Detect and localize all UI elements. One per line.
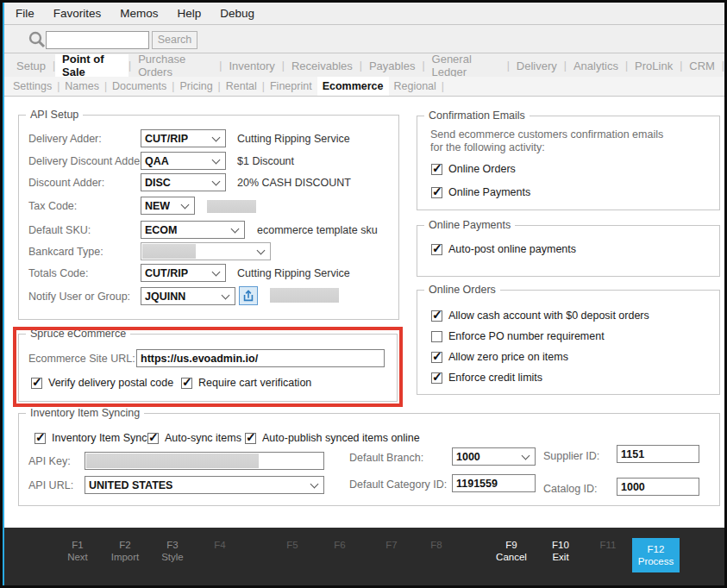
supplier-id-input[interactable] (617, 445, 699, 463)
tax-code-redacted-description (207, 200, 256, 213)
tab-inventory[interactable]: Inventory (222, 54, 281, 77)
checkbox-auto-publish-synced-items[interactable]: Auto-publish synced items online (245, 432, 420, 444)
discount-adder-select[interactable]: DISC (141, 173, 226, 191)
menu-item-help[interactable]: Help (178, 7, 202, 20)
tab-setup[interactable]: Setup (9, 54, 53, 77)
api-key-label: API Key: (28, 455, 71, 467)
checkbox-box[interactable] (245, 433, 256, 444)
delivery-discount-adder-label: Delivery Discount Adder: (28, 155, 147, 167)
checkbox-box[interactable] (431, 187, 442, 198)
tab-delivery[interactable]: Delivery (510, 54, 564, 77)
tab-names[interactable]: Names (60, 77, 104, 96)
checkbox-label: Auto-sync items (165, 432, 241, 444)
tab-prolink[interactable]: ProLink (628, 54, 680, 77)
checkbox-enforce-po-number[interactable]: Enforce PO number requirement (431, 330, 605, 342)
checkbox-allow-cash-account[interactable]: Allow cash account with $0 deposit order… (431, 310, 649, 322)
confirmation-emails-description-line1: Send ecommerce customers confirmation em… (430, 128, 663, 141)
checkbox-label: Inventory Item Sync (52, 432, 147, 444)
checkbox-box[interactable] (431, 310, 442, 322)
menu-item-file[interactable]: File (16, 7, 34, 20)
catalog-id-input[interactable] (617, 478, 699, 496)
default-category-id-input[interactable] (452, 474, 536, 492)
checkbox-box[interactable] (431, 164, 442, 175)
delivery-adder-select[interactable]: CUT/RIP (141, 129, 226, 147)
default-sku-select[interactable]: ECOM (141, 221, 245, 239)
tab-rental[interactable]: Rental (221, 77, 262, 96)
primary-tab-bar: Setup| Point of Sale| Purchase Orders| I… (3, 54, 724, 77)
checkbox-label: Online Payments (448, 186, 530, 198)
notify-user-or-group-select[interactable]: JQUINN (141, 287, 235, 305)
chevron-down-icon (212, 155, 221, 164)
checkbox-auto-sync-items[interactable]: Auto-sync items (147, 432, 241, 444)
tab-general-ledger[interactable]: General Ledger (425, 54, 507, 77)
totals-code-select[interactable]: CUT/RIP (141, 264, 226, 282)
checkbox-online-payments[interactable]: Online Payments (431, 186, 530, 198)
delivery-adder-description: Cutting Ripping Service (237, 133, 350, 145)
checkbox-box[interactable] (431, 331, 442, 342)
checkbox-label: Allow zero price on items (448, 351, 568, 363)
checkbox-box[interactable] (147, 433, 159, 444)
checkbox-box[interactable] (431, 372, 442, 384)
tab-payables[interactable]: Payables (362, 54, 422, 77)
default-branch-select[interactable]: 1000 (452, 447, 536, 466)
menu-item-favorites[interactable]: Favorites (53, 7, 102, 20)
fkey-f6: F6 (313, 539, 367, 551)
checkbox-box[interactable] (34, 433, 46, 444)
delivery-discount-adder-select[interactable]: QAA (141, 152, 226, 170)
menu-bar: File Favorites Memos Help Debug (3, 3, 724, 25)
checkbox-inventory-item-sync[interactable]: Inventory Item Sync (34, 432, 147, 444)
tab-receivables[interactable]: Receivables (285, 54, 360, 77)
group-title: Confirmation Emails (424, 109, 530, 122)
fkey-f10-exit[interactable]: F10Exit (534, 539, 587, 563)
tab-documents[interactable]: Documents (107, 77, 172, 96)
fkey-f8: F8 (410, 539, 463, 551)
checkbox-label: Enforce PO number requirement (448, 330, 605, 342)
checkbox-label: Online Orders (448, 163, 516, 175)
api-url-select[interactable]: UNITED STATES (85, 476, 324, 494)
tab-analytics[interactable]: Analytics (567, 54, 625, 77)
fkey-f2: F2Import (98, 539, 152, 563)
bankcard-type-redacted-value (142, 244, 196, 259)
tab-separator: | (722, 54, 724, 77)
bankcard-type-label: Bankcard Type: (28, 246, 103, 258)
tab-pricing[interactable]: Pricing (174, 77, 217, 96)
header-chrome: File Favorites Memos Help Debug Search S… (3, 3, 724, 97)
fkey-f1: F1Next (51, 539, 104, 563)
api-url-label: API URL: (28, 479, 73, 491)
group-title: Inventory Item Syncing (26, 407, 144, 419)
function-key-bar: F1Next F2Import F3Style F4 F5 F6 F7 F8 F… (3, 528, 724, 585)
tab-crm[interactable]: CRM (682, 54, 722, 77)
checkbox-enforce-credit-limits[interactable]: Enforce credit limits (431, 372, 542, 384)
tab-purchase-orders[interactable]: Purchase Orders (131, 54, 219, 77)
tab-ecommerce[interactable]: Ecommerce (317, 77, 389, 96)
chevron-down-icon (181, 200, 190, 209)
tax-code-select[interactable]: NEW (141, 197, 195, 215)
chevron-down-icon (522, 451, 530, 460)
checkbox-box[interactable] (431, 244, 442, 255)
window-accent-line (3, 3, 4, 585)
tab-point-of-sale[interactable]: Point of Sale (55, 54, 128, 77)
search-button[interactable]: Search (152, 31, 197, 49)
group-title: Online Orders (424, 284, 500, 296)
fkey-f12-process-button[interactable]: F12Process (632, 538, 680, 572)
fkey-f9-cancel[interactable]: F9Cancel (485, 539, 538, 563)
default-sku-label: Default SKU: (28, 224, 91, 236)
checkbox-allow-zero-price[interactable]: Allow zero price on items (431, 351, 568, 363)
menu-item-memos[interactable]: Memos (120, 7, 158, 20)
tab-settings[interactable]: Settings (8, 77, 57, 96)
checkbox-box[interactable] (431, 352, 442, 363)
box-arrow-up-icon (241, 289, 255, 303)
user-lookup-button[interactable] (239, 286, 258, 305)
group-title: API Setup (26, 109, 83, 121)
checkbox-online-orders[interactable]: Online Orders (431, 163, 516, 175)
checkbox-auto-post-online-payments[interactable]: Auto-post online payments (431, 243, 576, 255)
search-input[interactable] (46, 31, 149, 49)
fkey-f5: F5 (266, 539, 319, 551)
menu-item-debug[interactable]: Debug (220, 7, 254, 20)
tab-regional[interactable]: Regional (389, 77, 442, 96)
default-category-id-label: Default Category ID: (349, 479, 447, 491)
chevron-down-icon (231, 224, 240, 233)
tab-fineprint[interactable]: Fineprint (265, 77, 317, 96)
chevron-down-icon (222, 291, 230, 299)
fkey-f11: F11 (581, 539, 635, 551)
